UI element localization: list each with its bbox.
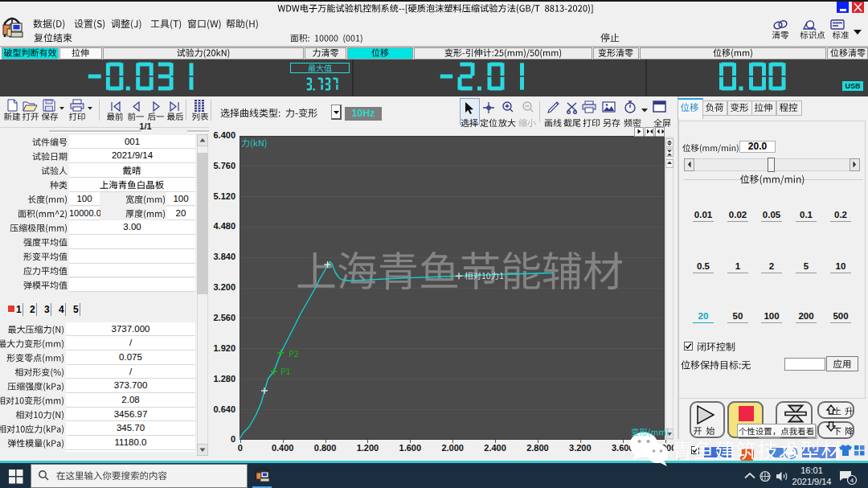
svg-text:4: 4	[850, 477, 854, 484]
